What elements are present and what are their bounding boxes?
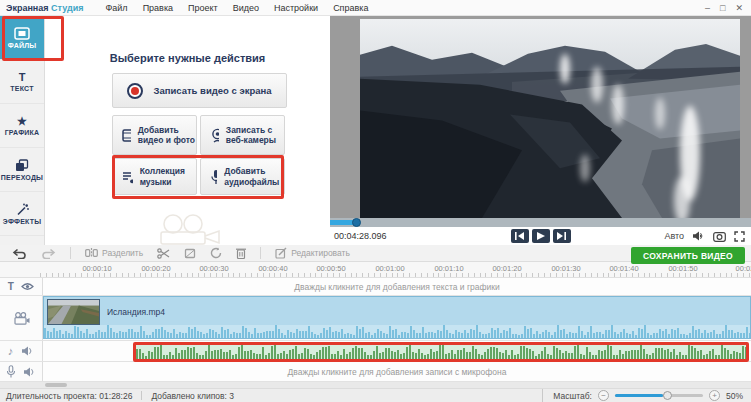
toolbar-divider [70, 247, 71, 259]
menu-video[interactable]: Видео [233, 3, 259, 13]
logo-part-2: Студия [51, 3, 83, 13]
clips-value: 3 [229, 391, 234, 401]
eye-icon[interactable] [21, 282, 34, 291]
music-track-body[interactable] [43, 341, 751, 361]
app-logo: Экранная Студия [6, 3, 83, 13]
play-button[interactable] [532, 229, 550, 243]
edit-pencil-icon [275, 247, 287, 259]
seekbar-handle[interactable] [352, 218, 361, 227]
split-label: Разделить [102, 248, 143, 258]
record-screen-button[interactable]: Записать видео с экрана [112, 73, 287, 108]
toolbar-divider [260, 247, 261, 259]
ruler-label: 00:01:30 [551, 264, 580, 273]
ruler-label: 00:01:50 [668, 264, 697, 273]
cut-button[interactable] [157, 248, 170, 259]
volume-icon[interactable] [23, 367, 36, 377]
sidebar-label: ЭФФЕКТЫ [3, 218, 41, 225]
actions-panel: Выберите нужные действия Записать видео … [45, 16, 330, 245]
star-icon: ★ [17, 116, 27, 127]
sidebar-item-graphics[interactable]: ★ ГРАФИКА [0, 104, 44, 148]
rotate-button[interactable] [210, 247, 222, 259]
actions-title: Выберите нужные действия [45, 52, 330, 64]
preview-seekbar[interactable] [330, 218, 751, 227]
zoom-out-button[interactable]: − [598, 390, 609, 401]
trash-icon [236, 247, 246, 259]
minimize-icon[interactable]: – [705, 3, 710, 13]
clips-label: Добавлено клипов: [151, 391, 227, 401]
record-webcam-button[interactable]: Записать с веб-камеры [200, 115, 285, 155]
redo-button[interactable] [41, 248, 56, 259]
menu-edit[interactable]: Правка [143, 3, 173, 13]
timeline-ruler[interactable]: 00:00:10 00:00:20 00:00:30 00:00:40 00:0… [0, 262, 751, 278]
ruler-label: 00:00:50 [316, 264, 345, 273]
status-left: Длительность проекта: 01:28:26 Добавлено… [6, 391, 234, 401]
add-video-button[interactable]: Добавить видео и фото [112, 115, 197, 155]
music-note-icon: ♪ [8, 345, 14, 357]
snapshot-camera-icon[interactable] [713, 231, 726, 242]
clip-filename: Исландия.mp4 [107, 307, 165, 317]
next-frame-button[interactable] [553, 229, 571, 243]
menu-project[interactable]: Проект [188, 3, 218, 13]
music-collection-label: Коллекция музыки [140, 166, 196, 186]
microphone-track-hint: Дважды кликните для добавления записи с … [43, 367, 751, 377]
video-track-body[interactable]: Исландия.mp4 [43, 296, 751, 340]
crop-icon [184, 248, 196, 259]
menu-file[interactable]: Файл [105, 3, 127, 13]
volume-icon[interactable] [692, 231, 705, 241]
maximize-icon[interactable]: □ [720, 3, 725, 13]
menu-settings[interactable]: Настройки [274, 3, 318, 13]
undo-button[interactable] [12, 248, 27, 259]
music-collection-button[interactable]: Коллекция музыки [112, 158, 197, 195]
sidebar-item-effects[interactable]: ЭФФЕКТЫ [0, 192, 44, 236]
titlebar: Экранная Студия Файл Правка Проект Видео… [0, 0, 751, 16]
project-duration: Длительность проекта: 01:28:26 [6, 391, 132, 401]
music-clip-waveform[interactable] [136, 343, 747, 360]
delete-button[interactable] [236, 247, 246, 259]
zoom-slider-handle[interactable] [663, 391, 672, 400]
film-icon [14, 27, 30, 40]
edit-button[interactable]: Редактировать [275, 247, 350, 259]
auto-quality-label[interactable]: Авто [664, 231, 684, 241]
playback-buttons [511, 229, 571, 243]
text-track-body[interactable]: Дважды кликните для добавления текста и … [43, 278, 751, 295]
add-audio-button[interactable]: Добавить аудиофайлы [200, 158, 285, 195]
rotate-icon [210, 247, 222, 259]
record-screen-label: Записать видео с экрана [153, 85, 271, 96]
video-clip[interactable]: Исландия.mp4 [43, 296, 751, 339]
clips-count: Добавлено клипов: 3 [151, 391, 234, 401]
ruler-label: 00:00:30 [199, 264, 228, 273]
scrollbar-handle[interactable] [45, 383, 67, 387]
zoom-label: Масштаб: [553, 391, 592, 401]
microphone-track-body[interactable]: Дважды кликните для добавления записи с … [43, 362, 751, 381]
timeline-scrollbar[interactable] [0, 382, 751, 389]
undo-icon [12, 248, 27, 259]
volume-icon[interactable] [21, 346, 34, 356]
playback-timestamp: 00:04:28.096 [334, 231, 387, 241]
ruler-label: 00:00:10 [82, 264, 111, 273]
zoom-slider[interactable] [615, 394, 703, 397]
close-icon[interactable]: ✕ [735, 3, 743, 13]
previous-frame-button[interactable] [511, 229, 529, 243]
sidebar-label: ПЕРЕХОДЫ [1, 174, 43, 181]
camera-watermark [135, 212, 245, 246]
sidebar-item-files[interactable]: ФАЙЛЫ [0, 16, 44, 60]
crop-button[interactable] [184, 248, 196, 259]
previous-frame-icon [515, 232, 524, 240]
ruler-label: 00:00:40 [258, 264, 287, 273]
preview-right-controls: Авто [664, 231, 745, 242]
video-clip-thumbnail [47, 299, 100, 325]
split-button[interactable]: Разделить [85, 248, 143, 258]
zoom-in-button[interactable]: + [709, 390, 720, 401]
add-video-label: Добавить видео и фото [138, 125, 196, 145]
sidebar-item-transitions[interactable]: ПЕРЕХОДЫ [0, 148, 44, 192]
play-icon [537, 232, 545, 240]
save-video-button[interactable]: СОХРАНИТЬ ВИДЕО [631, 247, 745, 264]
ruler-label: 00:01:20 [492, 264, 521, 273]
text-icon: T [19, 72, 26, 83]
fullscreen-icon[interactable] [734, 231, 745, 242]
sidebar-item-text[interactable]: T ТЕКСТ [0, 60, 44, 104]
menu-help[interactable]: Справка [333, 3, 368, 13]
music-collection-icon [122, 170, 133, 184]
webcam-icon [210, 128, 219, 143]
add-audio-label: Добавить аудиофайлы [224, 166, 284, 186]
